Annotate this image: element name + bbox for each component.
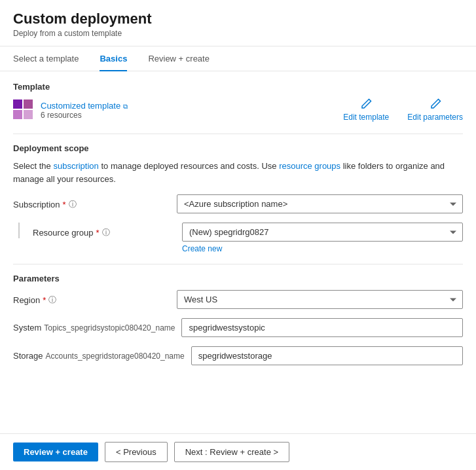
storage-label-wrapper: Storage Accounts_spegridstorage080420_na… — [13, 346, 185, 361]
create-new-link[interactable]: Create new — [182, 244, 463, 253]
subscription-label: Subscription — [13, 200, 60, 209]
template-info: Customized template ⧉ 6 resources — [13, 99, 128, 120]
svg-rect-3 — [24, 110, 33, 119]
divider-2 — [13, 264, 463, 264]
edit-parameters-button[interactable]: Edit parameters — [407, 98, 463, 122]
deployment-scope-label: Deployment scope — [13, 143, 463, 153]
deployment-scope-section: Deployment scope Select the subscription… — [13, 143, 463, 253]
region-select-wrapper: West US — [177, 290, 463, 309]
deployment-scope-desc: Select the subscription to manage deploy… — [13, 160, 463, 185]
subscription-label-wrapper: Subscription * ⓘ — [13, 194, 170, 210]
storage-sublabel: Accounts_spegridstorage080420_name — [46, 352, 185, 361]
resource-groups-link[interactable]: resource groups — [279, 161, 340, 171]
subscription-select-wrapper: <Azure subscription name> — [177, 194, 463, 213]
main-content: Template Customized template ⧉ 6 resourc… — [0, 71, 476, 385]
page-subtitle: Deploy from a custom template — [13, 29, 463, 38]
system-label-wrapper: System Topics_spegridsystopic080420_name — [13, 318, 175, 333]
storage-label: Storage — [13, 351, 43, 361]
divider-1 — [13, 134, 463, 134]
region-control: West US — [177, 290, 463, 309]
parameters-label: Parameters — [13, 274, 463, 283]
tab-select-template[interactable]: Select a template — [13, 47, 79, 71]
template-actions: Edit template Edit parameters — [343, 98, 463, 122]
system-sublabel: Topics_spegridsystopic080420_name — [44, 323, 175, 333]
system-label: System — [13, 323, 41, 333]
template-resources: 6 resources — [41, 111, 128, 120]
storage-control — [191, 346, 463, 365]
external-link-icon: ⧉ — [123, 103, 128, 110]
tab-basics[interactable]: Basics — [100, 47, 127, 71]
previous-button[interactable]: < Previous — [105, 442, 168, 462]
subscription-control: <Azure subscription name> — [177, 194, 463, 213]
system-row: System Topics_spegridsystopic080420_name — [13, 318, 463, 337]
system-input[interactable] — [181, 318, 463, 337]
region-row: Region * ⓘ West US — [13, 290, 463, 309]
region-select[interactable]: West US — [177, 290, 463, 309]
resource-group-required: * — [96, 228, 100, 238]
subscription-row: Subscription * ⓘ <Azure subscription nam… — [13, 194, 463, 213]
review-create-button[interactable]: Review + create — [13, 443, 98, 461]
footer: Review + create < Previous Next : Review… — [0, 433, 476, 470]
tabs-bar: Select a template Basics Review + create — [0, 46, 476, 71]
next-button[interactable]: Next : Review + create > — [174, 442, 289, 462]
svg-rect-0 — [13, 99, 22, 109]
storage-input[interactable] — [191, 346, 463, 365]
edit-template-button[interactable]: Edit template — [343, 98, 389, 122]
template-name-wrapper: Customized template ⧉ 6 resources — [41, 101, 128, 120]
region-required: * — [43, 295, 46, 305]
parameters-section: Parameters Region * ⓘ West US System Top… — [13, 274, 463, 365]
resource-group-control: (New) spegridrg0827 Create new — [182, 223, 463, 253]
page-header: Custom deployment Deploy from a custom t… — [0, 0, 476, 46]
resource-group-label: Resource group — [33, 228, 94, 238]
resource-group-label-wrapper: Resource group * ⓘ — [18, 223, 175, 238]
region-label-wrapper: Region * ⓘ — [13, 290, 170, 306]
template-icon — [13, 99, 34, 120]
region-label: Region — [13, 295, 40, 305]
tab-review-create[interactable]: Review + create — [148, 47, 210, 71]
subscription-required: * — [63, 200, 66, 209]
resource-group-info-icon[interactable]: ⓘ — [102, 227, 110, 238]
system-control — [181, 318, 463, 337]
resource-group-row: Resource group * ⓘ (New) spegridrg0827 C… — [13, 223, 463, 253]
svg-rect-1 — [24, 99, 33, 109]
subscription-info-icon[interactable]: ⓘ — [69, 199, 77, 210]
subscription-select[interactable]: <Azure subscription name> — [177, 194, 463, 213]
region-info-icon[interactable]: ⓘ — [48, 295, 56, 306]
resource-group-select-wrapper: (New) spegridrg0827 — [182, 223, 463, 242]
resource-group-select[interactable]: (New) spegridrg0827 — [182, 223, 463, 242]
page-title: Custom deployment — [13, 10, 463, 27]
storage-row: Storage Accounts_spegridstorage080420_na… — [13, 346, 463, 365]
template-box: Customized template ⧉ 6 resources Edit t… — [13, 98, 463, 122]
svg-rect-2 — [13, 110, 22, 119]
template-section-label: Template — [13, 82, 463, 92]
template-name[interactable]: Customized template ⧉ — [41, 101, 128, 111]
subscription-link[interactable]: subscription — [53, 161, 98, 171]
